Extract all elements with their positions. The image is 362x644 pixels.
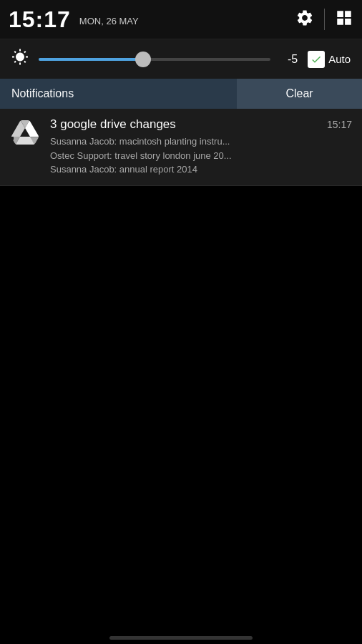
brightness-icon xyxy=(11,49,29,69)
notification-time: 15:17 xyxy=(327,119,352,130)
gear-icon[interactable] xyxy=(295,9,314,30)
notification-title: 3 google drive changes xyxy=(50,117,176,132)
status-date: MON, 26 MAY xyxy=(79,16,139,26)
auto-label: Auto xyxy=(328,53,351,65)
notifications-header: Notifications Clear xyxy=(0,79,362,109)
slider-fill xyxy=(39,58,143,61)
notifications-label: Notifications xyxy=(0,79,237,109)
brightness-value: -5 xyxy=(280,53,298,66)
scrollbar[interactable] xyxy=(109,636,253,640)
notification-title-row: 3 google drive changes 15:17 xyxy=(50,117,352,132)
auto-checkbox[interactable] xyxy=(308,51,325,68)
notification-card[interactable]: 3 google drive changes 15:17 Susanna Jac… xyxy=(0,109,362,186)
notification-content: 3 google drive changes 15:17 Susanna Jac… xyxy=(50,117,352,177)
notification-line-2: Ostec Support: travel story london june … xyxy=(50,149,322,163)
status-time: 15:17 xyxy=(9,6,71,33)
auto-brightness[interactable]: Auto xyxy=(308,51,351,68)
brightness-bar: -5 Auto xyxy=(0,39,362,79)
google-drive-icon xyxy=(10,117,40,147)
clear-button[interactable]: Clear xyxy=(237,79,362,109)
brightness-slider[interactable] xyxy=(39,58,270,61)
status-bar: 15:17 MON, 26 MAY xyxy=(0,0,362,39)
notification-line-3: Susanna Jacob: annual report 2014 xyxy=(50,162,322,177)
grid-icon[interactable] xyxy=(335,9,353,30)
empty-area xyxy=(0,186,362,601)
notification-line-1: Susanna Jacob: macintosh planting instru… xyxy=(50,135,322,149)
status-divider xyxy=(324,9,325,30)
slider-thumb xyxy=(135,52,151,67)
status-icons xyxy=(295,9,353,30)
